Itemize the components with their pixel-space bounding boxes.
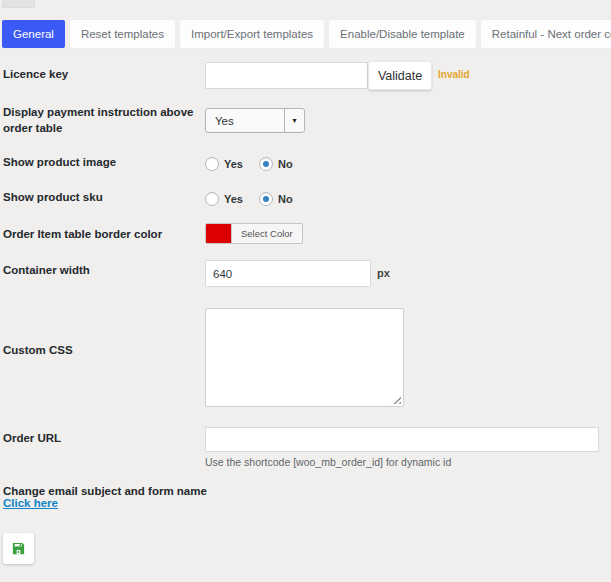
radio-option-label: No	[278, 158, 293, 170]
licence-key-label: Licence key	[3, 67, 68, 83]
resize-handle[interactable]	[391, 394, 401, 404]
radio-icon	[259, 157, 273, 171]
order-url-help: Use the shortcode [woo_mb_order_id] for …	[205, 456, 451, 468]
show-product-image-label: Show product image	[3, 155, 116, 171]
select-value: Yes	[206, 115, 284, 127]
show-product-sku-label: Show product sku	[3, 190, 103, 206]
radio-icon	[205, 157, 219, 171]
radio-option-label: Yes	[224, 158, 243, 170]
settings-tabbar: General Reset templates Import/Export te…	[2, 20, 611, 48]
order-url-input[interactable]	[205, 427, 599, 452]
show-product-sku-radio-yes[interactable]: Yes	[205, 192, 243, 206]
container-width-input[interactable]	[205, 260, 371, 287]
licence-key-input[interactable]	[205, 62, 368, 89]
custom-css-label: Custom CSS	[3, 343, 73, 359]
select-color-button[interactable]: Select Color	[205, 223, 303, 244]
tab-import-export-templates[interactable]: Import/Export templates	[180, 20, 324, 48]
show-product-sku-radio-no[interactable]: No	[259, 192, 293, 206]
container-width-suffix: px	[377, 267, 390, 279]
payment-instruction-label: Display payment instruction above order …	[3, 105, 196, 136]
top-left-fragment	[2, 0, 35, 8]
show-product-image-radio-no[interactable]: No	[259, 157, 293, 171]
settings-page: General Reset templates Import/Export te…	[0, 0, 611, 582]
color-swatch	[206, 224, 231, 243]
click-here-link[interactable]: Click here	[3, 497, 58, 509]
tab-general[interactable]: General	[2, 20, 65, 48]
show-product-image-radio-yes[interactable]: Yes	[205, 157, 243, 171]
border-color-label: Order Item table border color	[3, 227, 162, 243]
container-width-label: Container width	[3, 263, 90, 279]
validate-button[interactable]: Validate	[368, 61, 432, 90]
radio-option-label: Yes	[224, 193, 243, 205]
payment-instruction-select[interactable]: Yes ▾	[205, 108, 305, 133]
radio-option-label: No	[278, 193, 293, 205]
custom-css-textarea[interactable]	[205, 308, 404, 407]
save-floppy-icon	[11, 541, 26, 556]
show-product-image-options: Yes No	[205, 157, 293, 171]
tab-reset-templates[interactable]: Reset templates	[70, 20, 175, 48]
show-product-sku-options: Yes No	[205, 192, 293, 206]
save-button[interactable]	[3, 533, 34, 564]
tab-enable-disable-template[interactable]: Enable/Disable template	[329, 20, 476, 48]
tab-retainful-next-order-coupon[interactable]: Retainful - Next order coupon	[481, 20, 611, 48]
radio-icon	[205, 192, 219, 206]
chevron-down-icon: ▾	[292, 117, 296, 125]
select-color-label: Select Color	[231, 224, 302, 243]
radio-icon	[259, 192, 273, 206]
select-arrow-area: ▾	[284, 109, 304, 132]
licence-status-badge: Invalid	[438, 69, 470, 80]
order-url-label: Order URL	[3, 431, 61, 447]
